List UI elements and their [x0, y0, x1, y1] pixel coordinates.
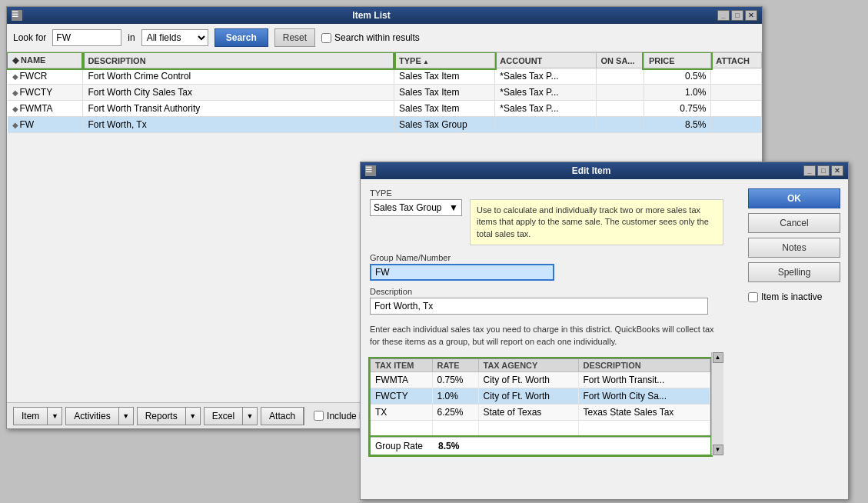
- row-name: FWCTY: [20, 87, 53, 98]
- tax-col-rate[interactable]: RATE: [432, 359, 478, 372]
- tax-item-agency: City of Ft. Worth: [478, 371, 578, 388]
- col-header-name[interactable]: ◆ NAME: [8, 53, 83, 68]
- col-header-account[interactable]: ACCOUNT: [495, 53, 596, 68]
- attach-btn-label: Attach: [269, 411, 295, 421]
- edit-minimize-btn[interactable]: _: [803, 165, 816, 176]
- item-table-body: ◆FWCR Fort Worth Crime Control Sales Tax…: [8, 68, 762, 133]
- table-row[interactable]: ◆FWMTA Fort Worth Transit Authority Sale…: [8, 101, 762, 117]
- tax-table-body: FWMTA 0.75% City of Ft. Worth Fort Worth…: [371, 371, 710, 436]
- look-for-input[interactable]: [52, 29, 121, 46]
- tax-table-row[interactable]: TX 6.25% State of Texas Texas State Sale…: [371, 404, 710, 420]
- edit-item-title-bar: ☰ Edit Item _ □ ✕: [361, 162, 848, 179]
- inactive-checkbox[interactable]: [748, 292, 758, 302]
- ok-button[interactable]: OK: [748, 188, 840, 208]
- row-onsa: [596, 85, 644, 101]
- col-header-price[interactable]: PRICE: [644, 53, 710, 68]
- item-btn-label: Item: [22, 411, 39, 421]
- tax-table-empty-row[interactable]: [371, 420, 710, 436]
- group-rate-value: 8.5%: [438, 441, 459, 451]
- reset-button[interactable]: Reset: [274, 28, 315, 47]
- excel-btn-arrow[interactable]: ▼: [243, 408, 257, 425]
- activities-btn-main[interactable]: Activities: [66, 408, 118, 425]
- search-button[interactable]: Search: [215, 28, 268, 47]
- row-attach: [711, 85, 762, 101]
- tax-table-row[interactable]: FWMTA 0.75% City of Ft. Worth Fort Worth…: [371, 371, 710, 388]
- description-input[interactable]: [370, 298, 708, 315]
- window-icon: ☰: [12, 10, 22, 21]
- type-row: Sales Tax Group ▼ Use to calculate and i…: [370, 199, 723, 245]
- row-attach: [711, 68, 762, 85]
- table-row[interactable]: ◆FWCTY Fort Worth City Sales Tax Sales T…: [8, 85, 762, 101]
- tax-col-agency[interactable]: TAX AGENCY: [478, 359, 578, 372]
- window-controls[interactable]: _ □ ✕: [717, 10, 757, 21]
- row-type: Sales Tax Item: [394, 101, 495, 117]
- table-row[interactable]: ◆FWCR Fort Worth Crime Control Sales Tax…: [8, 68, 762, 85]
- maximize-btn[interactable]: □: [731, 10, 743, 21]
- group-name-label: Group Name/Number: [370, 253, 723, 262]
- look-for-label: Look for: [13, 32, 46, 43]
- tax-empty-desc: [578, 420, 710, 436]
- tax-table-row[interactable]: FWCTY 1.0% City of Ft. Worth Fort Worth …: [371, 388, 710, 404]
- type-dropdown-arrow: ▼: [449, 202, 458, 213]
- attach-btn-main[interactable]: Attach: [261, 408, 304, 425]
- excel-btn-main[interactable]: Excel: [205, 408, 243, 425]
- in-dropdown[interactable]: All fields Name Description Type: [141, 29, 208, 46]
- tax-col-item[interactable]: TAX ITEM: [371, 359, 432, 372]
- spelling-button[interactable]: Spelling: [748, 262, 840, 282]
- close-btn[interactable]: ✕: [745, 10, 757, 21]
- col-header-type[interactable]: TYPE: [394, 53, 495, 68]
- row-type: Sales Tax Group: [394, 117, 495, 133]
- excel-btn-label: Excel: [212, 411, 234, 421]
- attach-split-btn[interactable]: Attach: [261, 407, 304, 425]
- tax-col-description[interactable]: DESCRIPTION: [578, 359, 710, 372]
- type-description-box: Use to calculate and individually track …: [470, 199, 723, 245]
- edit-window-icon: ☰: [365, 165, 376, 176]
- search-within-checkbox[interactable]: [321, 33, 331, 43]
- group-name-input[interactable]: [370, 264, 554, 281]
- reports-btn-label: Reports: [145, 411, 178, 421]
- activities-split-btn[interactable]: Activities ▼: [65, 407, 133, 425]
- tax-scrollbar[interactable]: ▲ ▼: [711, 352, 723, 455]
- row-onsa: [596, 117, 644, 133]
- row-type: Sales Tax Item: [394, 85, 495, 101]
- tax-item-desc: Fort Worth Transit...: [578, 371, 710, 388]
- reports-btn-main[interactable]: Reports: [138, 408, 186, 425]
- row-name: FWCR: [20, 71, 48, 82]
- edit-maximize-btn[interactable]: □: [817, 165, 830, 176]
- activities-btn-label: Activities: [74, 411, 110, 421]
- search-within-label: Search within results: [334, 32, 420, 43]
- item-btn-main[interactable]: Item: [14, 408, 48, 425]
- row-account: *Sales Tax P...: [495, 101, 596, 117]
- minimize-btn[interactable]: _: [717, 10, 730, 21]
- row-attach: [711, 101, 762, 117]
- edit-window-controls[interactable]: _ □ ✕: [803, 165, 843, 176]
- table-row[interactable]: ◆FW Fort Worth, Tx Sales Tax Group 8.5%: [8, 117, 762, 133]
- reports-split-btn[interactable]: Reports ▼: [137, 407, 201, 425]
- tax-empty-agency: [478, 420, 578, 436]
- type-section: Sales Tax Group ▼: [370, 199, 462, 216]
- scroll-up-btn[interactable]: ▲: [713, 352, 723, 363]
- edit-item-title: Edit Item: [379, 165, 803, 176]
- col-header-attach[interactable]: ATTACH: [711, 53, 762, 68]
- edit-item-window: ☰ Edit Item _ □ ✕ TYPE Sales Tax Group ▼…: [360, 162, 849, 500]
- row-price: 8.5%: [644, 117, 710, 133]
- row-account: *Sales Tax P...: [495, 68, 596, 85]
- row-description: Fort Worth Transit Authority: [83, 101, 394, 117]
- excel-split-btn[interactable]: Excel ▼: [204, 407, 258, 425]
- scroll-down-btn[interactable]: ▼: [713, 445, 723, 455]
- include-inactive-checkbox[interactable]: [314, 411, 324, 421]
- notes-button[interactable]: Notes: [748, 238, 840, 258]
- item-btn-arrow[interactable]: ▼: [48, 408, 62, 425]
- col-header-description[interactable]: DESCRIPTION: [83, 53, 394, 68]
- row-price: 0.5%: [644, 68, 710, 85]
- tax-item-agency: State of Texas: [478, 404, 578, 420]
- inactive-label: Item is inactive: [761, 291, 822, 302]
- activities-btn-arrow[interactable]: ▼: [119, 408, 133, 425]
- tax-item-rate: 0.75%: [432, 371, 478, 388]
- reports-btn-arrow[interactable]: ▼: [186, 408, 200, 425]
- type-dropdown[interactable]: Sales Tax Group ▼: [370, 199, 462, 216]
- item-split-btn[interactable]: Item ▼: [13, 407, 62, 425]
- col-header-onsa[interactable]: ON SA...: [596, 53, 644, 68]
- cancel-button[interactable]: Cancel: [748, 213, 840, 233]
- edit-close-btn[interactable]: ✕: [831, 165, 843, 176]
